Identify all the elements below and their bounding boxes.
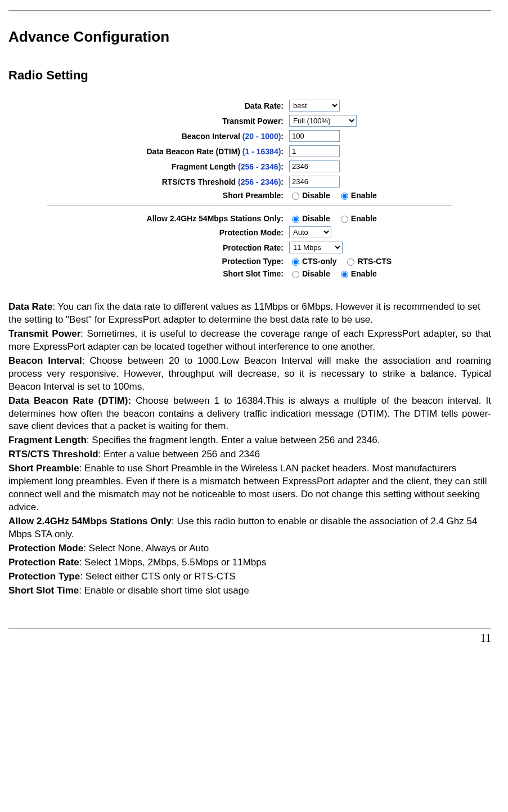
radio-protection-type-cts[interactable] [292, 258, 299, 266]
label-protection-type: Protection Type: [47, 257, 289, 266]
radio-short-slot-enable-label: Enable [338, 269, 377, 278]
radio-short-preamble-enable-label: Enable [338, 191, 377, 200]
radio-settings-form: Data Rate: best Transmit Power: Full (10… [47, 100, 452, 278]
input-rts-cts[interactable] [289, 176, 340, 188]
radio-allow-54-enable-label: Enable [338, 214, 377, 223]
input-beacon-interval[interactable] [289, 130, 340, 142]
radio-short-slot-enable[interactable] [341, 271, 348, 278]
form-separator [47, 206, 452, 206]
label-data-rate: Data Rate: [47, 101, 289, 110]
radio-allow-54-enable[interactable] [341, 216, 348, 223]
heading-advance-configuration: Advance Configuration [8, 28, 491, 46]
select-protection-rate[interactable]: 11 Mbps [289, 242, 343, 253]
radio-protection-type-rtscts[interactable] [347, 258, 354, 266]
label-protection-rate: Protection Rate: [47, 243, 289, 252]
label-beacon-interval: Beacon Interval (20 - 1000): [47, 132, 289, 141]
radio-short-slot-disable[interactable] [292, 271, 299, 278]
heading-radio-setting: Radio Setting [8, 68, 491, 83]
input-dtim[interactable] [289, 145, 340, 157]
input-fragment-length[interactable] [289, 160, 340, 172]
top-rule [8, 10, 491, 11]
radio-short-preamble-disable[interactable] [292, 193, 299, 200]
label-short-slot: Short Slot Time: [47, 269, 289, 278]
radio-short-preamble-disable-label: Disable [289, 191, 330, 200]
label-short-preamble: Short Preamble: [47, 191, 289, 200]
label-rts-cts: RTS/CTS Threshold (256 - 2346): [47, 177, 289, 186]
radio-allow-54-disable[interactable] [292, 216, 299, 223]
label-allow-54: Allow 2.4GHz 54Mbps Stations Only: [47, 214, 289, 223]
label-dtim: Data Beacon Rate (DTIM) (1 - 16384): [47, 147, 289, 156]
label-transmit-power: Transmit Power: [47, 117, 289, 126]
label-fragment-length: Fragment Length (256 - 2346): [47, 162, 289, 171]
bottom-rule [8, 628, 491, 629]
select-transmit-power[interactable]: Full (100%) [289, 115, 357, 127]
radio-short-preamble-enable[interactable] [341, 193, 348, 200]
description-text: Data Rate: You can fix the data rate to … [8, 301, 491, 597]
label-protection-mode: Protection Mode: [47, 228, 289, 237]
select-protection-mode[interactable]: Auto [289, 226, 331, 238]
radio-short-slot-disable-label: Disable [289, 269, 330, 278]
select-data-rate[interactable]: best [289, 100, 340, 111]
radio-protection-type-cts-label: CTS-only [289, 257, 336, 266]
radio-protection-type-rtscts-label: RTS-CTS [344, 257, 392, 266]
radio-allow-54-disable-label: Disable [289, 214, 330, 223]
page-number: 11 [8, 632, 491, 645]
